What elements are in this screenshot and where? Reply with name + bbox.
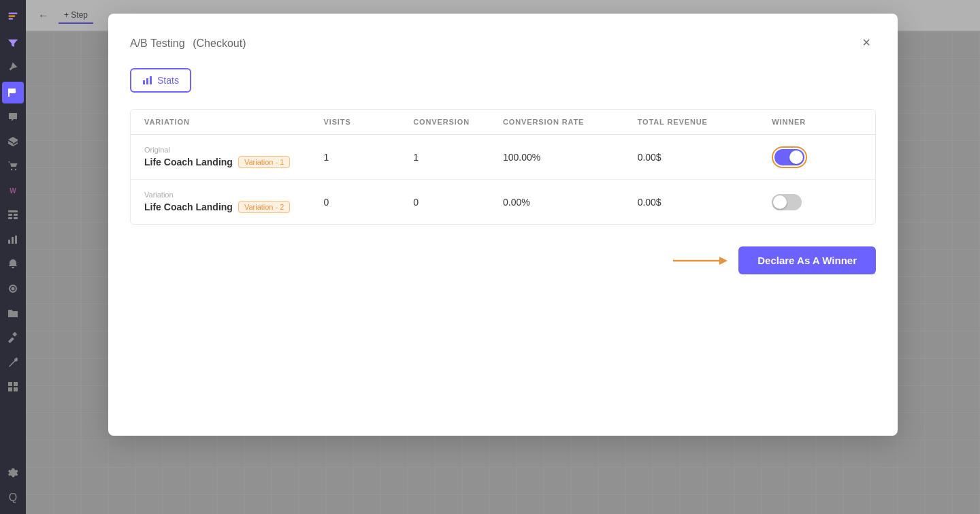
toggle-knob-2 (773, 195, 787, 209)
svg-marker-25 (719, 257, 728, 265)
winner-toggle-1[interactable] (774, 149, 804, 165)
conversion-cell-2: 0 (413, 197, 503, 208)
svg-rect-19 (8, 387, 12, 391)
ab-testing-modal: A/B Testing (Checkout) × Stats (108, 14, 898, 436)
stats-button[interactable]: Stats (130, 68, 191, 93)
sidebar-table-icon[interactable] (2, 204, 24, 226)
sidebar-layers-icon[interactable] (2, 131, 24, 152)
variation-badge-1: Variation - 1 (238, 156, 291, 168)
sidebar-pin-icon[interactable] (2, 57, 24, 79)
table-row: Variation Life Coach Landing Variation -… (131, 180, 875, 224)
svg-rect-22 (146, 78, 148, 84)
svg-rect-3 (9, 89, 16, 93)
col-winner: WINNER (772, 118, 862, 126)
modal-title-text: A/B Testing (Checkout) (130, 35, 246, 50)
table-header-row: VARIATION VISITS CONVERSION CONVERSION R… (131, 110, 875, 135)
svg-rect-7 (8, 210, 18, 212)
conversion-cell-1: 1 (413, 152, 503, 163)
revenue-cell-1: 0.00$ (638, 152, 772, 163)
visits-cell-2: 0 (324, 197, 414, 208)
winner-toggle-wrapper-1 (772, 146, 807, 168)
visits-cell-1: 1 (324, 152, 414, 163)
svg-rect-23 (150, 76, 152, 84)
col-variation: VARIATION (144, 118, 324, 126)
svg-rect-16 (12, 332, 17, 337)
sidebar-search-icon[interactable]: Q (2, 487, 24, 509)
col-total-revenue: TOTAL REVENUE (638, 118, 772, 126)
variation-type-1: Original (144, 146, 324, 154)
modal-close-button[interactable]: × (857, 33, 876, 52)
sidebar-folder-icon[interactable] (2, 302, 24, 324)
sidebar-grid-icon[interactable] (2, 376, 24, 398)
variation-name-1: Life Coach Landing Variation - 1 (144, 156, 324, 168)
winner-cell-1 (772, 146, 862, 168)
sidebar: W Q (0, 0, 26, 514)
svg-rect-0 (9, 12, 18, 14)
svg-rect-11 (14, 217, 18, 219)
svg-point-5 (11, 169, 12, 170)
svg-rect-9 (14, 214, 18, 216)
modal-title: A/B Testing (Checkout) (130, 35, 246, 50)
bar-chart-icon (142, 75, 153, 86)
main-content: ← + Step A/B Testing (Checkout) × (26, 0, 980, 514)
conversion-rate-cell-2: 0.00% (503, 197, 638, 208)
declare-winner-button[interactable]: Declare As A Winner (738, 246, 876, 274)
variation-name-2: Life Coach Landing Variation - 2 (144, 201, 324, 213)
variation-cell-1: Original Life Coach Landing Variation - … (144, 146, 324, 168)
svg-rect-13 (12, 237, 14, 244)
col-conversion-rate: CONVERSION RATE (503, 118, 638, 126)
sidebar-wrench-icon[interactable] (2, 351, 24, 373)
variation-type-2: Variation (144, 191, 324, 199)
conversion-rate-cell-1: 100.00% (503, 152, 638, 163)
col-visits: VISITS (324, 118, 414, 126)
variation-badge-2: Variation - 2 (238, 201, 291, 213)
winner-toggle-2[interactable] (772, 194, 802, 210)
svg-rect-20 (14, 387, 18, 391)
sidebar-funnels-icon[interactable] (2, 33, 24, 54)
variation-cell-2: Variation Life Coach Landing Variation -… (144, 191, 324, 213)
winner-cell-2 (772, 194, 862, 210)
sidebar-cart-icon[interactable] (2, 155, 24, 177)
col-conversion: CONVERSION (413, 118, 503, 126)
sidebar-settings-icon[interactable] (2, 462, 24, 484)
ab-test-table: VARIATION VISITS CONVERSION CONVERSION R… (130, 109, 876, 225)
sidebar-flag-icon[interactable] (2, 82, 24, 103)
svg-point-6 (15, 169, 16, 170)
sidebar-chat-icon[interactable] (2, 106, 24, 128)
sidebar-at-icon[interactable] (2, 278, 24, 300)
logo-icon[interactable] (2, 5, 24, 27)
modal-header: A/B Testing (Checkout) × (130, 33, 876, 52)
sidebar-bell-icon[interactable] (2, 253, 24, 275)
declare-section: Declare As A Winner (130, 246, 876, 274)
svg-rect-14 (15, 236, 17, 244)
svg-rect-2 (9, 18, 13, 19)
arrow-right-icon (673, 253, 728, 269)
svg-rect-15 (8, 337, 14, 343)
svg-rect-1 (9, 15, 16, 16)
svg-rect-10 (8, 217, 12, 219)
svg-rect-8 (8, 214, 12, 216)
sidebar-barchart-icon[interactable] (2, 229, 24, 251)
revenue-cell-2: 0.00$ (638, 197, 772, 208)
svg-rect-17 (8, 382, 12, 386)
svg-rect-21 (143, 80, 145, 84)
svg-rect-18 (14, 382, 18, 386)
toggle-knob-1 (789, 150, 803, 164)
sidebar-hammer-icon[interactable] (2, 327, 24, 349)
svg-rect-12 (8, 240, 10, 244)
modal-overlay: A/B Testing (Checkout) × Stats (26, 0, 980, 514)
sidebar-woo-icon[interactable]: W (2, 180, 24, 202)
table-row: Original Life Coach Landing Variation - … (131, 135, 875, 180)
